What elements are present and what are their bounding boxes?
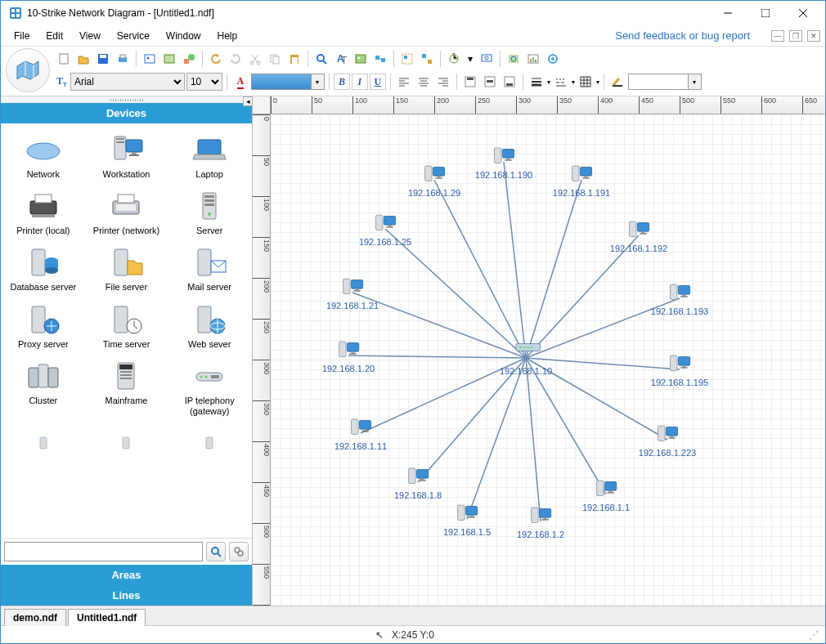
line-color-button[interactable] [608, 73, 626, 91]
scan-dropdown[interactable]: ▾ [465, 50, 476, 68]
menu-window[interactable]: Window [159, 28, 208, 44]
device-grid[interactable]: NetworkWorkstationLaptopPrinter (local)P… [1, 123, 252, 538]
diagram-node[interactable]: 192.168.1.193 [651, 280, 708, 316]
font-color-button[interactable]: A [231, 73, 249, 91]
menu-help[interactable]: Help [211, 28, 245, 44]
devices-header[interactable]: Devices [1, 103, 252, 123]
redo-button[interactable] [227, 50, 245, 68]
valign-top-button[interactable] [461, 73, 479, 91]
export-visio-button[interactable] [160, 50, 178, 68]
italic-button[interactable]: I [352, 74, 368, 90]
align-center-button[interactable] [415, 73, 433, 91]
monitor-button[interactable] [478, 50, 496, 68]
diagram-node[interactable]: 192.168.1.192 [610, 217, 667, 253]
diagram-node[interactable]: 192.168.1.11 [334, 415, 387, 451]
print-button[interactable] [114, 50, 132, 68]
device-search-input[interactable] [4, 542, 203, 561]
text-tool-button[interactable]: ATEXT [332, 50, 350, 68]
search-button[interactable] [206, 542, 226, 561]
line-style-button[interactable] [552, 73, 570, 91]
font-select[interactable]: Arial [70, 73, 185, 91]
device-item[interactable]: Printer (local) [2, 186, 84, 239]
device-item[interactable]: Network [2, 130, 84, 183]
menu-edit[interactable]: Edit [39, 28, 70, 44]
link-button[interactable] [371, 50, 389, 68]
insert-image-button[interactable] [352, 50, 370, 68]
diagram-node[interactable]: 192.168.1.21 [326, 275, 379, 311]
tab-demo[interactable]: demo.ndf [4, 609, 66, 626]
open-button[interactable] [74, 50, 92, 68]
sidebar-handle[interactable] [1, 96, 252, 103]
device-item[interactable]: Time server [86, 300, 168, 353]
search-settings-button[interactable] [229, 542, 249, 561]
group-button[interactable] [398, 50, 416, 68]
valign-middle-button[interactable] [481, 73, 499, 91]
map-button[interactable] [505, 50, 523, 68]
diagram-node[interactable]: 192.168.1.25 [359, 211, 411, 247]
minimize-button[interactable] [709, 1, 747, 25]
resize-grip[interactable]: ⋰ [809, 629, 819, 641]
device-item[interactable] [168, 423, 250, 463]
bold-button[interactable]: B [334, 74, 350, 90]
undo-button[interactable] [207, 50, 225, 68]
cut-button[interactable] [246, 50, 264, 68]
device-item[interactable]: File server [86, 243, 168, 296]
device-item[interactable] [2, 423, 84, 463]
diagram-node[interactable]: 192.168.1.8 [394, 464, 442, 500]
feedback-link[interactable]: Send feedback or bug report [615, 29, 750, 42]
ruler-vertical[interactable]: 050100150200250300350400450500550600650 [253, 114, 271, 606]
device-item[interactable] [86, 423, 168, 463]
maximize-button[interactable] [747, 1, 784, 25]
mdi-minimize[interactable]: — [771, 30, 784, 42]
paste-button[interactable] [285, 50, 303, 68]
diagram-node-center[interactable]: 192.168.1.10 [500, 340, 552, 376]
tab-untitled[interactable]: Untitled1.ndf [68, 609, 146, 626]
close-button[interactable] [784, 1, 822, 25]
settings-button[interactable] [544, 50, 562, 68]
device-item[interactable]: Workstation [86, 130, 168, 183]
mdi-close[interactable]: ✕ [807, 30, 820, 42]
diagram-node[interactable]: 192.168.1.29 [408, 162, 460, 198]
device-item[interactable]: Printer (network) [86, 186, 168, 239]
diagram-node[interactable]: 192.168.1.1 [582, 476, 630, 512]
save-button[interactable] [94, 50, 112, 68]
pattern-button[interactable] [577, 73, 595, 91]
new-button[interactable] [55, 50, 73, 68]
diagram-node[interactable]: 192.168.1.2 [517, 503, 564, 539]
diagram-node[interactable]: 192.168.1.5 [443, 501, 491, 537]
device-item[interactable]: Mainframe [86, 356, 168, 420]
diagram-node[interactable]: 192.168.1.195 [651, 351, 708, 387]
find-button[interactable] [312, 50, 330, 68]
device-item[interactable]: Server [168, 186, 250, 239]
diagram-node[interactable]: 192.168.1.223 [639, 422, 696, 458]
device-item[interactable]: IP telephony (gateway) [168, 356, 250, 420]
device-item[interactable]: Mail server [168, 243, 250, 296]
ruler-horizontal[interactable]: 050100150200250300350400450500550600650 [271, 96, 825, 114]
copy-button[interactable] [266, 50, 284, 68]
underline-button[interactable]: U [370, 74, 386, 90]
lines-header[interactable]: Lines [1, 585, 252, 606]
canvas[interactable]: 192.168.1.10192.168.1.190192.168.1.29192… [271, 114, 825, 606]
device-item[interactable]: Proxy server [2, 300, 84, 353]
line-weight-button[interactable] [527, 73, 545, 91]
diagram-node[interactable]: 192.168.1.191 [553, 162, 610, 198]
menu-service[interactable]: Service [110, 28, 156, 44]
device-item[interactable]: Laptop [168, 130, 250, 183]
align-right-button[interactable] [434, 73, 452, 91]
menu-view[interactable]: View [73, 28, 107, 44]
scan-button[interactable] [445, 50, 463, 68]
line-color-picker[interactable]: ▾ [628, 74, 702, 90]
report-button[interactable] [524, 50, 542, 68]
valign-bottom-button[interactable] [501, 73, 518, 91]
sidebar-collapse-button[interactable]: ◂ [243, 96, 253, 106]
shapes-button[interactable] [180, 50, 198, 68]
device-item[interactable]: Web sever [168, 300, 250, 353]
app-logo[interactable] [6, 48, 50, 92]
diagram-node[interactable]: 192.168.1.190 [475, 144, 532, 180]
areas-header[interactable]: Areas [1, 565, 252, 585]
diagram-node[interactable]: 192.168.1.20 [322, 338, 375, 373]
export-image-button[interactable] [141, 50, 159, 68]
device-item[interactable]: Cluster [2, 356, 84, 420]
device-item[interactable]: Database server [2, 243, 84, 296]
mdi-restore[interactable]: ❐ [789, 30, 802, 42]
